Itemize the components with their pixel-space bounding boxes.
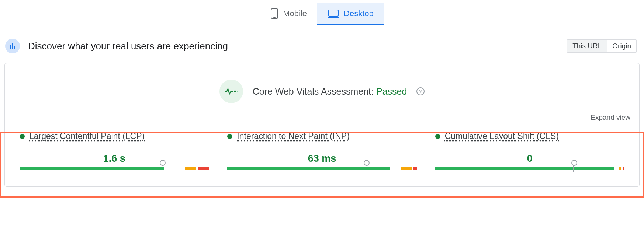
svg-rect-3 bbox=[328, 17, 339, 18]
status-dot-icon bbox=[20, 134, 25, 139]
header-left: Discover what your real users are experi… bbox=[5, 39, 228, 53]
svg-rect-4 bbox=[10, 45, 11, 49]
assessment-prefix: Core Web Vitals Assessment: bbox=[253, 86, 374, 97]
assessment-status: Passed bbox=[376, 86, 407, 97]
discover-header: Discover what your real users are experi… bbox=[0, 25, 644, 63]
marker-icon bbox=[162, 163, 162, 172]
metric-lcp-bar bbox=[20, 167, 209, 172]
desktop-icon bbox=[328, 9, 339, 18]
svg-rect-6 bbox=[14, 46, 15, 49]
mobile-icon bbox=[270, 8, 278, 19]
users-icon bbox=[5, 39, 20, 53]
pulse-icon bbox=[219, 80, 243, 103]
svg-rect-5 bbox=[12, 43, 13, 49]
svg-point-7 bbox=[234, 91, 236, 92]
svg-rect-1 bbox=[273, 17, 276, 18]
metric-cls-value: 0 bbox=[435, 153, 624, 164]
tab-mobile[interactable]: Mobile bbox=[260, 3, 317, 25]
assessment-label: Core Web Vitals Assessment: Passed bbox=[253, 86, 407, 97]
metric-cls: Cumulative Layout Shift (CLS) 0 bbox=[435, 131, 624, 172]
device-tabs: Mobile Desktop bbox=[0, 0, 644, 25]
status-dot-icon bbox=[435, 134, 440, 139]
metric-cls-name[interactable]: Cumulative Layout Shift (CLS) bbox=[445, 131, 559, 141]
tab-mobile-label: Mobile bbox=[283, 9, 307, 18]
scope-toggle: This URL Origin bbox=[567, 39, 637, 53]
page-title: Discover what your real users are experi… bbox=[28, 41, 228, 52]
metrics-row: Largest Contentful Paint (LCP) 1.6 s Int… bbox=[5, 111, 639, 172]
scope-this-url-button[interactable]: This URL bbox=[567, 40, 607, 52]
assessment-row: Core Web Vitals Assessment: Passed ? bbox=[5, 63, 639, 105]
tab-desktop-label: Desktop bbox=[344, 9, 374, 18]
status-dot-icon bbox=[227, 134, 232, 139]
metric-lcp: Largest Contentful Paint (LCP) 1.6 s bbox=[20, 131, 209, 172]
tab-desktop[interactable]: Desktop bbox=[317, 3, 384, 25]
metric-inp: Interaction to Next Paint (INP) 63 ms bbox=[227, 131, 416, 172]
vitals-card: Core Web Vitals Assessment: Passed ? Exp… bbox=[4, 63, 640, 187]
svg-rect-2 bbox=[329, 10, 338, 16]
metric-lcp-name[interactable]: Largest Contentful Paint (LCP) bbox=[29, 131, 145, 141]
scope-origin-button[interactable]: Origin bbox=[607, 40, 636, 52]
metric-inp-name[interactable]: Interaction to Next Paint (INP) bbox=[237, 131, 350, 141]
metric-lcp-value: 1.6 s bbox=[20, 153, 209, 164]
metric-cls-bar bbox=[435, 167, 624, 172]
metric-inp-value: 63 ms bbox=[227, 153, 416, 164]
marker-icon bbox=[573, 163, 574, 172]
marker-icon bbox=[366, 163, 366, 172]
help-icon[interactable]: ? bbox=[416, 87, 425, 95]
expand-view-button[interactable]: Expand view bbox=[591, 114, 630, 122]
svg-point-8 bbox=[237, 91, 238, 92]
metric-inp-bar bbox=[227, 167, 416, 172]
